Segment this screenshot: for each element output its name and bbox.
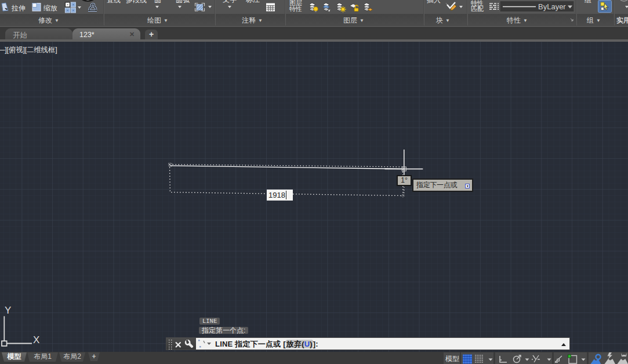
svg-text:X: X <box>33 334 39 345</box>
svg-text:ByLayer: ByLayer <box>538 2 566 11</box>
svg-text:Y: Y <box>5 305 11 316</box>
